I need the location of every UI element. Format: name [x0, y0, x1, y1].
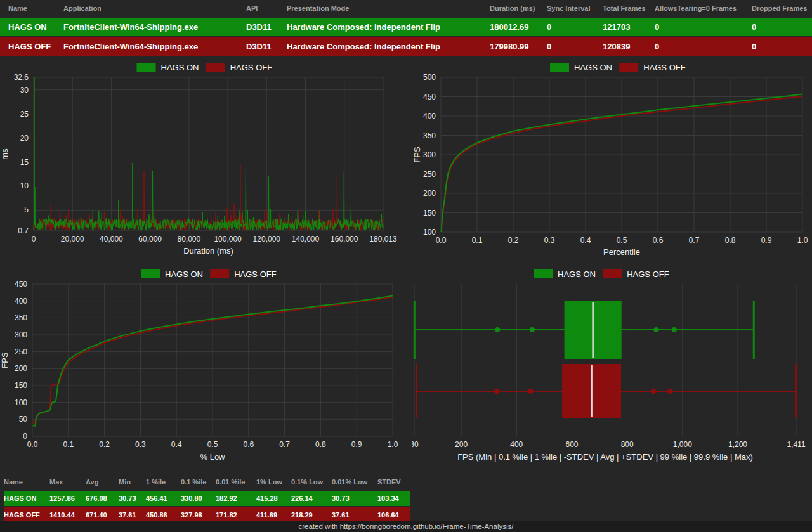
legend-swatch [141, 269, 160, 278]
cell: D3D11 [246, 42, 287, 51]
cell: 226.14 [291, 495, 332, 502]
x-tick-label: 1.0 [797, 236, 808, 245]
legend-item-hags-off[interactable]: HAGS OFF [206, 63, 273, 72]
x-tick-label: 1,200 [728, 440, 747, 449]
cell: 180012.69 [490, 22, 547, 32]
x-tick-label: 0.7 [279, 440, 290, 449]
top_table-row-hags_off: HAGS OFFFortniteClient-Win64-Shipping.ex… [0, 37, 812, 56]
legend-item-hags-on[interactable]: HAGS ON [534, 269, 596, 279]
x-tick-label: 400 [510, 440, 523, 449]
cell: 327.98 [181, 511, 216, 519]
header-cell: 1 %ile [146, 478, 181, 486]
percent-low-svg: 4504003503002502001501005000.00.10.20.30… [0, 265, 412, 469]
cell: 1257.86 [49, 495, 86, 502]
cell: 30.73 [119, 495, 146, 502]
header-cell: STDEV [377, 478, 406, 486]
marker-p1 [528, 389, 533, 394]
cell: 671.40 [86, 511, 119, 519]
header-cell: Total Frames [603, 4, 655, 12]
stats-table: NameMaxAvgMin1 %ile0.1 %ile0.01 %ile1% L… [0, 474, 410, 522]
top_table-header-row: NameApplicationAPIPresentation ModeDurat… [0, 0, 812, 16]
header-cell: Max [49, 478, 86, 486]
bottom_table-row-hags_off: HAGS OFF1410.44671.4037.61450.86327.9817… [4, 507, 410, 522]
legend-swatch [619, 63, 638, 72]
y-tick-label: 150 [15, 381, 27, 390]
legend-swatch [206, 63, 225, 72]
legend-item-hags-off[interactable]: HAGS OFF [603, 269, 669, 279]
cell: 0 [752, 42, 812, 51]
legend-item-hags-on[interactable]: HAGS ON [137, 63, 199, 72]
cell: 103.34 [377, 495, 406, 502]
x-tick-label: 0.0 [436, 236, 447, 245]
cell: 171.82 [216, 511, 256, 519]
cell: 179980.99 [490, 42, 547, 51]
cell: 120839 [603, 42, 655, 51]
y-tick-label: 50 [19, 415, 28, 424]
y-tick-label: 30 [20, 86, 29, 94]
x-tick-label: 0.6 [653, 236, 664, 245]
frametime-svg: 32.6302520151050.7020,00040,00060,00080,… [0, 56, 412, 265]
x-tick-label: 0.4 [580, 236, 591, 245]
y-tick-label: 350 [423, 131, 436, 140]
x-tick-label: 160,000 [331, 235, 358, 243]
header-cell: 0.01% Low [332, 478, 377, 486]
legend-label: HAGS OFF [230, 63, 273, 72]
legend-label: HAGS ON [165, 269, 203, 279]
percent-low-chart: 4504003503002502001501005000.00.10.20.30… [0, 265, 412, 469]
legend-item-hags-off[interactable]: HAGS OFF [210, 269, 277, 279]
y-tick-label: 100 [15, 398, 27, 407]
x-tick-label: 0.0 [27, 440, 38, 449]
y-tick-label: 400 [15, 297, 27, 306]
cell: 456.41 [146, 495, 181, 502]
x-tick-label: 40,000 [100, 235, 123, 243]
y-tick-label: 450 [423, 93, 436, 101]
avg-line [591, 365, 593, 417]
header-cell: Dropped Frames [752, 4, 812, 12]
cell: 30.73 [332, 495, 377, 502]
cell: 415.28 [256, 495, 291, 502]
y-tick-label: 200 [15, 364, 27, 373]
cell: 450.86 [146, 511, 181, 519]
cell: 121703 [603, 22, 655, 32]
box-hags-off [416, 364, 796, 418]
legend-swatch [210, 269, 229, 278]
header-cell: Presentation Mode [287, 4, 490, 12]
legend-item-hags-on[interactable]: HAGS ON [141, 269, 203, 279]
legend-swatch [534, 269, 553, 278]
cell: HAGS ON [4, 495, 49, 502]
y-tick-label: 250 [15, 347, 27, 356]
series-line-hags-on [34, 77, 383, 230]
x-tick-label: 0.5 [207, 440, 218, 449]
x-tick-label: 0.5 [617, 236, 627, 245]
x-axis-title: FPS (Min | 0.1 %ile | 1 %ile | -STDEV | … [457, 452, 753, 462]
y-tick-label: 5 [24, 205, 29, 214]
box-hags-on [414, 301, 754, 359]
y-tick-label: 150 [423, 209, 436, 217]
y-tick-label: 400 [423, 112, 436, 120]
x-tick-label: 0.1 [63, 440, 74, 449]
header-cell: Min [119, 478, 146, 486]
y-tick-label: 300 [423, 150, 436, 159]
legend-label: HAGS OFF [627, 269, 669, 279]
x-tick-label: 0.9 [761, 236, 772, 245]
header-cell: Duration (ms) [490, 4, 547, 12]
legend-swatch [550, 63, 569, 72]
y-tick-label: 25 [20, 110, 29, 119]
x-tick-label: 200 [455, 440, 468, 449]
x-tick-label: 20,000 [61, 235, 84, 243]
cell: FortniteClient-Win64-Shipping.exe [63, 22, 246, 32]
header-cell: Name [4, 478, 49, 486]
header-cell: API [246, 4, 287, 12]
marker-p1 [530, 327, 535, 332]
cell: 676.08 [86, 495, 119, 502]
x-tick-label: 0.8 [315, 440, 326, 449]
cell: 411.69 [256, 511, 291, 519]
legend-item-hags-on[interactable]: HAGS ON [550, 63, 612, 72]
x-tick-label: 0.2 [508, 236, 519, 245]
cell: 0 [655, 42, 752, 51]
marker-p99 [653, 327, 658, 332]
cell: Hardware Composed: Independent Flip [287, 42, 490, 51]
legend-item-hags-off[interactable]: HAGS OFF [619, 63, 686, 72]
legend-swatch [603, 269, 622, 278]
legend-label: HAGS ON [161, 63, 199, 72]
